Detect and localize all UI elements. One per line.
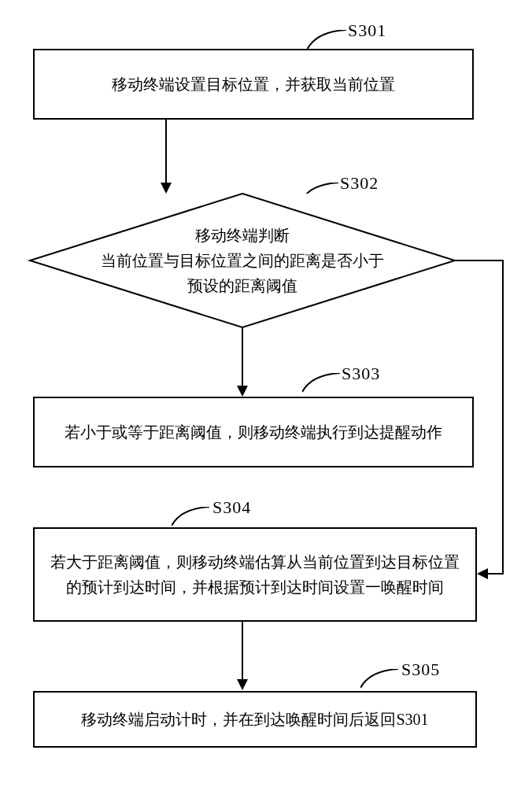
arrow-s304-s305 bbox=[242, 622, 243, 681]
step-text-s301: 移动终端设置目标位置，并获取当前位置 bbox=[112, 72, 395, 97]
arrow-s302-s304-v bbox=[502, 260, 504, 575]
arrow-head-s302-s303 bbox=[237, 386, 248, 397]
arrow-s301-s302 bbox=[165, 120, 167, 184]
callout-s303 bbox=[302, 373, 348, 395]
step-diamond-s302: 移动终端判断 当前位置与目标位置之间的距离是否小于 预设的距离阈值 bbox=[30, 194, 455, 327]
callout-s305 bbox=[360, 669, 406, 691]
step-box-s301: 移动终端设置目标位置，并获取当前位置 bbox=[33, 49, 474, 120]
arrow-head-s301-s302 bbox=[161, 183, 172, 194]
step-box-s304: 若大于距离阈值，则移动终端估算从当前位置到达目标位置的预计到达时间，并根据预计到… bbox=[33, 527, 477, 622]
arrow-head-s304-s305 bbox=[237, 679, 248, 690]
step-text-s303: 若小于或等于距离阈值，则移动终端执行到达提醒动作 bbox=[65, 419, 442, 445]
step-label-s304: S304 bbox=[212, 497, 251, 518]
step-box-s305: 移动终端启动计时，并在到达唤醒时间后返回S301 bbox=[33, 691, 477, 748]
arrow-s302-s304-h1 bbox=[455, 260, 504, 261]
step-text-s305: 移动终端启动计时，并在到达唤醒时间后返回S301 bbox=[81, 707, 428, 732]
step-text-s302: 移动终端判断 当前位置与目标位置之间的距离是否小于 预设的距离阈值 bbox=[101, 223, 384, 298]
step-text-s304: 若大于距离阈值，则移动终端估算从当前位置到达目标位置的预计到达时间，并根据预计到… bbox=[50, 549, 460, 600]
callout-s304 bbox=[172, 507, 217, 529]
step-label-s305: S305 bbox=[401, 660, 440, 680]
arrow-s302-s303 bbox=[242, 327, 243, 387]
arrow-head-s302-s304 bbox=[477, 568, 488, 579]
step-box-s303: 若小于或等于距离阈值，则移动终端执行到达提醒动作 bbox=[33, 397, 474, 467]
arrow-s302-s304-h2 bbox=[488, 573, 504, 575]
